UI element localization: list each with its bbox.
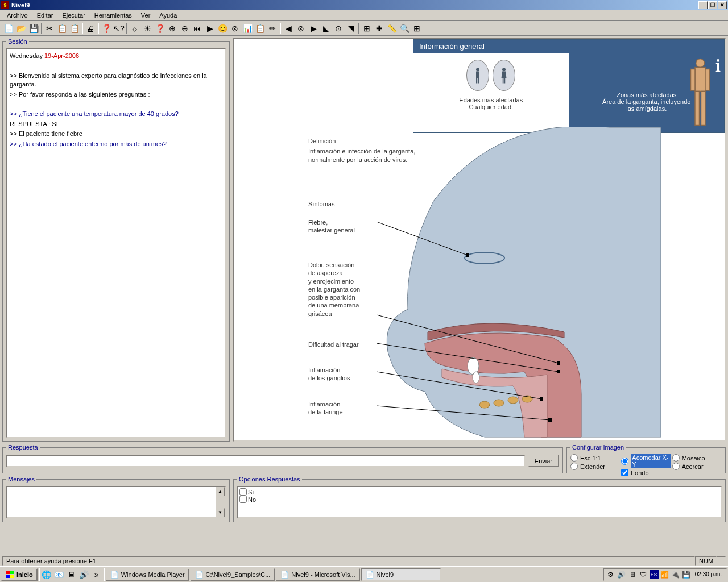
- plus-icon[interactable]: ⊕: [166, 22, 179, 35]
- ql-ie-icon[interactable]: 🌐: [41, 569, 52, 580]
- start-button[interactable]: Inicio: [1, 568, 38, 581]
- tray-icon[interactable]: ES: [650, 570, 659, 579]
- session-line: >> ¿Tiene el paciente una temperatura ma…: [10, 110, 222, 118]
- cut-icon[interactable]: ✂: [43, 22, 56, 35]
- new-icon[interactable]: 📄: [2, 22, 15, 35]
- image-viewer: Información general Edades más afectadas…: [233, 38, 726, 442]
- save-icon[interactable]: 💾: [27, 22, 40, 35]
- flag-down-icon[interactable]: ◣: [320, 22, 332, 35]
- stop-icon[interactable]: ⊗: [229, 22, 241, 35]
- context-help-icon[interactable]: ↖?: [113, 22, 125, 35]
- print-icon[interactable]: 🖨: [84, 22, 97, 35]
- help-icon[interactable]: ❓: [100, 22, 113, 35]
- menubar: ArchivoEditarEjecutarHerramientasVerAyud…: [0, 10, 728, 21]
- circle-icon[interactable]: ⊙: [332, 22, 345, 35]
- menu-editar[interactable]: Editar: [32, 11, 58, 20]
- target-icon[interactable]: ⊗: [295, 22, 307, 35]
- session-legend: Sesión: [6, 38, 29, 45]
- tray-clock[interactable]: 02:30 p.m.: [693, 571, 724, 577]
- taskbar-task[interactable]: 📄C:\Nivel9_Samples\C...: [191, 568, 275, 581]
- ql-outlook-icon[interactable]: 📧: [53, 569, 65, 580]
- zoom-icon[interactable]: 🔍: [398, 22, 411, 35]
- status-help-text: Para obtener ayuda presione F1: [2, 556, 695, 566]
- panels-icon[interactable]: ⊞: [411, 22, 423, 35]
- ages-box: Edades más afectadas Cualquier edad.: [413, 53, 569, 132]
- sun-icon[interactable]: ☀: [141, 22, 154, 35]
- config-legend: Configurar Imagen: [570, 444, 626, 451]
- close-button[interactable]: ✕: [718, 1, 727, 9]
- paste-icon[interactable]: 📋: [68, 22, 81, 35]
- play-icon[interactable]: ▶: [204, 22, 216, 35]
- prev-icon[interactable]: ⏮: [191, 22, 204, 35]
- taskbar-task[interactable]: 📄Nivel9: [361, 568, 441, 581]
- maximize-button[interactable]: ❐: [708, 1, 717, 9]
- svg-rect-10: [705, 69, 710, 91]
- svg-rect-1: [476, 71, 479, 78]
- tray-icon[interactable]: 🖥: [628, 570, 637, 579]
- app-icon: 9: [1, 1, 9, 9]
- option-item[interactable]: Sí: [239, 488, 719, 496]
- body-figure-icon: [683, 56, 717, 142]
- tray-icon[interactable]: 🛡: [639, 570, 648, 579]
- session-fieldset: Sesión Wednesday 19-Apr-2006 >> Bienveni…: [2, 38, 230, 442]
- svg-rect-11: [695, 92, 700, 126]
- question-icon[interactable]: ❓: [154, 22, 166, 35]
- minimize-button[interactable]: _: [698, 1, 708, 9]
- enviar-button[interactable]: Enviar: [528, 454, 559, 467]
- ruler-icon[interactable]: 📏: [386, 22, 398, 35]
- statusbar: Para obtener ayuda presione F1 NUM: [0, 555, 728, 566]
- titlebar: 9 Nivel9 _ ❐ ✕: [0, 0, 728, 10]
- opciones-list[interactable]: SíNo: [237, 486, 722, 518]
- pencil-icon[interactable]: ✏: [266, 22, 279, 35]
- grid-icon[interactable]: ⊞: [361, 22, 373, 35]
- scroll-down-button[interactable]: ▼: [216, 508, 225, 517]
- tray-icon[interactable]: 💾: [682, 570, 691, 579]
- respuesta-input[interactable]: [6, 455, 526, 467]
- opt-extender[interactable]: Extender: [570, 463, 620, 470]
- menu-archivo[interactable]: Archivo: [2, 11, 32, 20]
- face-icon[interactable]: 😊: [216, 22, 229, 35]
- arrow-left-icon[interactable]: ◀: [282, 22, 295, 35]
- opt-acomodar[interactable]: Acomodar X-Y: [621, 454, 671, 468]
- info-header: Información general Edades más afectadas…: [413, 39, 725, 133]
- mensajes-textarea[interactable]: ▲ ▼: [6, 486, 226, 518]
- menu-herramientas[interactable]: Herramientas: [90, 11, 136, 20]
- option-item[interactable]: No: [239, 496, 719, 503]
- system-tray: ⚙ 🔊 🖥 🛡 ES 📶 🔌 💾 02:30 p.m.: [603, 568, 727, 581]
- ql-media-icon[interactable]: 🔊: [78, 569, 90, 580]
- minus-icon[interactable]: ⊖: [179, 22, 191, 35]
- info-title: Información general: [413, 40, 724, 53]
- arrow-right-icon[interactable]: ▶: [307, 22, 320, 35]
- ql-desktop-icon[interactable]: 🖥: [66, 569, 77, 580]
- flag-up-icon[interactable]: ◥: [345, 22, 357, 35]
- opt-acercar[interactable]: Acercar: [672, 463, 722, 470]
- svg-rect-27: [540, 397, 543, 401]
- opt-esc[interactable]: Esc 1:1: [570, 454, 620, 462]
- resize-grip[interactable]: [717, 556, 726, 566]
- svg-rect-25: [557, 370, 560, 373]
- clipboard-icon[interactable]: 📋: [254, 22, 266, 35]
- menu-ejecutar[interactable]: Ejecutar: [57, 11, 89, 20]
- tray-icon[interactable]: ⚙: [606, 570, 615, 579]
- svg-point-0: [476, 68, 479, 71]
- chart-icon[interactable]: 📊: [241, 22, 254, 35]
- open-icon[interactable]: 📂: [15, 22, 27, 35]
- menu-ver[interactable]: Ver: [136, 11, 155, 20]
- female-icon: [493, 60, 515, 91]
- tray-icon[interactable]: 📶: [660, 570, 669, 579]
- session-textarea[interactable]: Wednesday 19-Apr-2006 >> Bienvenido al s…: [6, 48, 226, 438]
- tray-icon[interactable]: 🔌: [671, 570, 680, 579]
- menu-ayuda[interactable]: Ayuda: [155, 11, 181, 20]
- crosshair-icon[interactable]: ✚: [373, 22, 386, 35]
- session-line: >> ¿Ha estado el paciente enfermo por má…: [10, 140, 222, 148]
- taskbar-task[interactable]: 📄Windows Media Player: [106, 568, 189, 581]
- opt-mosaico[interactable]: Mosaico: [672, 454, 722, 462]
- ql-more-icon[interactable]: »: [91, 569, 102, 580]
- light-icon[interactable]: ☼: [129, 22, 141, 35]
- session-line: RESPUESTA : Sí: [10, 120, 222, 128]
- tray-icon[interactable]: 🔊: [617, 570, 626, 579]
- taskbar: Inicio 🌐 📧 🖥 🔊 » 📄Windows Media Player📄C…: [0, 566, 728, 582]
- taskbar-task[interactable]: 📄Nivel9 - Microsoft Vis...: [276, 568, 359, 581]
- scroll-up-button[interactable]: ▲: [216, 487, 225, 496]
- copy-icon[interactable]: 📋: [56, 22, 68, 35]
